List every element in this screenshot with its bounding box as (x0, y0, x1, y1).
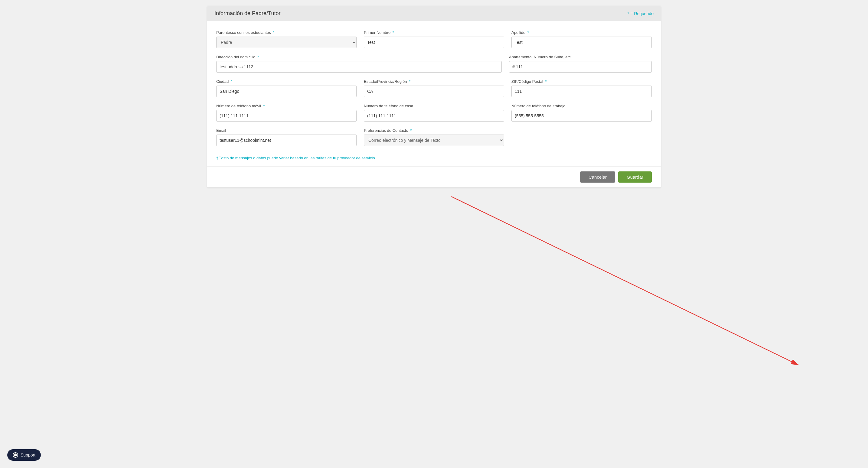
primer-nombre-input[interactable] (364, 37, 504, 48)
apartamento-group: Apartamento, Número de Suite, etc. (509, 55, 652, 72)
apellido-group: Apellido * (512, 30, 652, 48)
casa-input[interactable] (364, 110, 504, 122)
form-row-1: Parentesco con los estudiantes * Padre M… (216, 30, 652, 48)
empty-placeholder (512, 128, 652, 146)
form-row-5: Email Preferencias de Contacto * Correo … (216, 128, 652, 146)
required-note: * = Requerido (627, 11, 654, 16)
ciudad-input[interactable] (216, 86, 356, 97)
direccion-input[interactable] (216, 61, 502, 72)
apellido-input[interactable] (512, 37, 652, 48)
save-button[interactable]: Guardar (618, 171, 652, 183)
preferencias-label: Preferencias de Contacto * (364, 128, 504, 133)
footnote: †Costo de mensajes o datos puede variar … (216, 153, 652, 160)
page-title: Información de Padre/Tutor (214, 10, 280, 17)
form-body: Parentesco con los estudiantes * Padre M… (207, 21, 661, 166)
movil-input[interactable] (216, 110, 356, 122)
direccion-label: Dirección del domicilio * (216, 55, 502, 59)
email-group: Email (216, 128, 356, 146)
card-header: Información de Padre/Tutor * = Requerido (207, 6, 661, 21)
estado-input[interactable] (364, 86, 504, 97)
ciudad-label: Ciudad * (216, 79, 356, 84)
movil-group: Número de teléfono móvil † (216, 104, 356, 122)
apellido-label: Apellido * (512, 30, 652, 35)
parentesco-group: Parentesco con los estudiantes * Padre M… (216, 30, 356, 48)
support-button[interactable]: 💬 Support (7, 449, 41, 461)
casa-group: Número de teléfono de casa (364, 104, 504, 122)
cancel-button[interactable]: Cancelar (580, 171, 615, 183)
parentesco-label: Parentesco con los estudiantes * (216, 30, 356, 35)
preferencias-group: Preferencias de Contacto * Correo electr… (364, 128, 504, 146)
zip-label: ZIP/Código Postal * (512, 79, 652, 84)
preferencias-select[interactable]: Correo electrónico y Mensaje de Texto Co… (364, 134, 504, 146)
card-footer: Cancelar Guardar (207, 166, 661, 187)
svg-line-1 (451, 196, 799, 365)
direccion-group: Dirección del domicilio * (216, 55, 502, 72)
trabajo-input[interactable] (512, 110, 652, 122)
apartamento-input[interactable] (509, 61, 652, 72)
zip-group: ZIP/Código Postal * (512, 79, 652, 97)
parentesco-select[interactable]: Padre Madre Tutor Otro (216, 37, 356, 48)
zip-input[interactable] (512, 86, 652, 97)
form-row-2: Dirección del domicilio * Apartamento, N… (216, 55, 652, 72)
primer-nombre-label: Primer Nombre * (364, 30, 504, 35)
support-icon: 💬 (13, 452, 18, 458)
email-input[interactable] (216, 134, 356, 146)
estado-group: Estado/Provincia/Región * (364, 79, 504, 97)
trabajo-label: Número de teléfono del trabajo (512, 104, 652, 108)
ciudad-group: Ciudad * (216, 79, 356, 97)
form-row-4: Número de teléfono móvil † Número de tel… (216, 104, 652, 122)
primer-nombre-group: Primer Nombre * (364, 30, 504, 48)
email-label: Email (216, 128, 356, 133)
form-row-3: Ciudad * Estado/Provincia/Región * ZIP/C… (216, 79, 652, 97)
estado-label: Estado/Provincia/Región * (364, 79, 504, 84)
apartamento-label: Apartamento, Número de Suite, etc. (509, 55, 652, 59)
trabajo-group: Número de teléfono del trabajo (512, 104, 652, 122)
casa-label: Número de teléfono de casa (364, 104, 504, 108)
movil-label: Número de teléfono móvil † (216, 104, 356, 108)
